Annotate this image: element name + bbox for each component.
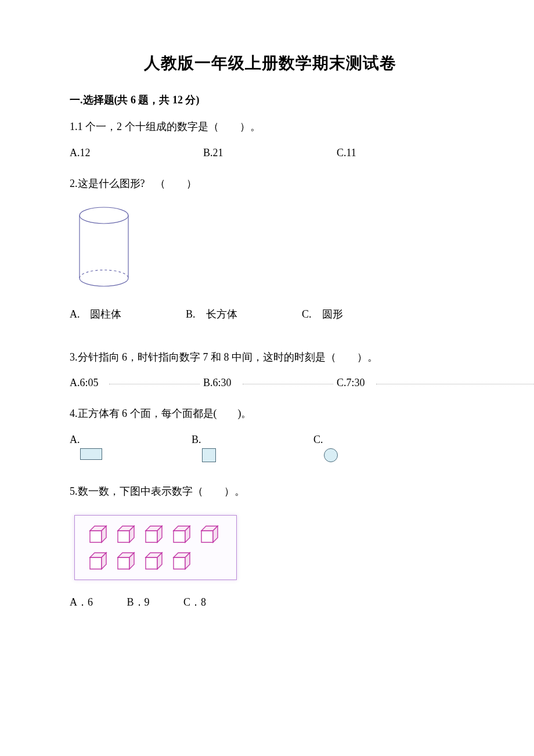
cubes-row-1 bbox=[88, 524, 219, 543]
rectangle-icon bbox=[80, 448, 102, 460]
q4-text: 4.正方体有 6 个面，每个面都是( )。 bbox=[70, 405, 470, 422]
q4-opt-a: A. bbox=[70, 434, 192, 446]
cube-icon bbox=[171, 550, 191, 570]
q2-opt-a: A. 圆柱体 bbox=[70, 307, 186, 321]
cubes-row-2 bbox=[88, 550, 219, 570]
cube-icon bbox=[143, 550, 163, 570]
q1-text: 1.1 个一，2 个十组成的数字是（ ）。 bbox=[70, 118, 470, 135]
q3-text: 3.分针指向 6，时针指向数字 7 和 8 中间，这时的时刻是（ ）。 bbox=[70, 349, 470, 366]
q2-opt-b: B. 长方体 bbox=[186, 307, 302, 321]
q5-opt-b: B．9 bbox=[127, 596, 150, 608]
q1-opt-b: B.21 bbox=[203, 147, 337, 159]
cube-icon bbox=[171, 524, 191, 543]
cube-icon bbox=[116, 524, 135, 543]
cube-icon bbox=[116, 550, 135, 570]
svg-point-0 bbox=[80, 207, 128, 224]
q2-opt-c: C. 圆形 bbox=[302, 307, 418, 321]
q5-options: A．6 B．9 C．8 bbox=[70, 595, 470, 609]
cube-icon bbox=[88, 524, 107, 543]
cube-icon bbox=[143, 524, 163, 543]
q2-text: 2.这是什么图形? （ ） bbox=[70, 175, 470, 192]
q4-options: A. B. C. bbox=[70, 434, 470, 462]
q4-opt-b: B. bbox=[192, 434, 313, 446]
q3-opt-c: C.7:30 bbox=[337, 377, 470, 389]
cylinder-icon bbox=[72, 204, 136, 291]
square-icon bbox=[202, 448, 216, 462]
q5-text: 5.数一数，下图中表示数字（ ）。 bbox=[70, 483, 470, 500]
q3-options: A.6:05 B.6:30 C.7:30 bbox=[70, 377, 470, 389]
section-1-header: 一.选择题(共 6 题，共 12 分) bbox=[70, 93, 470, 107]
q1-opt-c: C.11 bbox=[337, 147, 470, 159]
q1-opt-a: A.12 bbox=[70, 147, 203, 159]
circle-icon bbox=[324, 448, 338, 462]
q3-opt-b: B.6:30 bbox=[203, 377, 337, 389]
q1-options: A.12 B.21 C.11 bbox=[70, 147, 470, 159]
cube-icon bbox=[199, 524, 219, 543]
cube-icon bbox=[88, 550, 107, 570]
q5-opt-c: C．8 bbox=[183, 596, 206, 608]
q4-opt-c: C. bbox=[313, 434, 435, 446]
q2-options: A. 圆柱体 B. 长方体 C. 圆形 bbox=[70, 307, 470, 321]
q5-figure bbox=[74, 515, 237, 580]
page-title: 人教版一年级上册数学期末测试卷 bbox=[70, 52, 470, 74]
q3-opt-a: A.6:05 bbox=[70, 377, 203, 389]
q5-opt-a: A．6 bbox=[70, 596, 93, 608]
cylinder-figure bbox=[72, 204, 470, 293]
